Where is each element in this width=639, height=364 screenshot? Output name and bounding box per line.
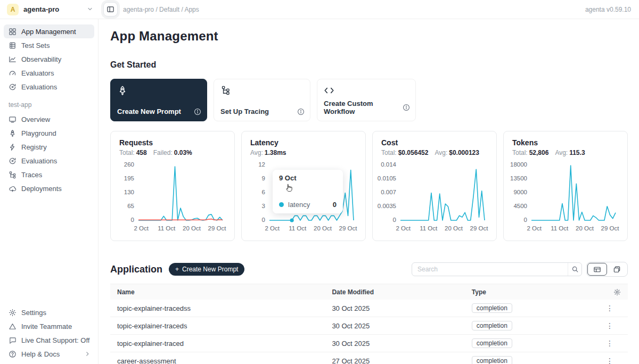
app-type: completion	[465, 303, 581, 313]
chart-stats: Total:458 Failed:0.03%	[119, 149, 226, 156]
sidebar-item-live-chat[interactable]: Live Chat Support: Off	[4, 333, 94, 347]
requests-line-chart[interactable]	[138, 163, 223, 222]
chart-title: Cost	[381, 138, 488, 147]
bolt-icon	[8, 143, 17, 151]
info-icon[interactable]	[403, 104, 410, 111]
monitor-icon	[8, 115, 17, 123]
evaluations-icon	[8, 82, 17, 91]
workspace-name: agenta-pro	[23, 5, 87, 13]
main-content: App Management Get Started Create New Pr…	[99, 19, 639, 364]
search-input[interactable]	[412, 266, 568, 273]
chart-stats: Avg:1.38ms	[250, 149, 357, 156]
sidebar-item-settings[interactable]: Settings	[4, 305, 94, 319]
line-chart-icon	[8, 55, 17, 63]
sidebar-item-playground[interactable]: Playground	[4, 126, 94, 140]
table-settings-gear-icon[interactable]	[581, 288, 628, 296]
breadcrumb[interactable]: agenta-pro / Default / Apps	[123, 6, 199, 13]
app-name: topic-explainer-traced	[110, 340, 325, 348]
help-icon	[8, 350, 17, 358]
app-name: career-assessment	[110, 357, 325, 364]
tree-icon	[8, 170, 17, 179]
chevron-right-icon	[85, 350, 90, 358]
card-view-button[interactable]	[607, 263, 627, 276]
latency-tooltip: 9 Oct latency 0	[273, 170, 343, 213]
create-custom-workflow-card[interactable]: Create Custom Workflow	[317, 79, 416, 121]
row-menu-icon[interactable]: ⋮	[606, 357, 621, 364]
sidebar-item-label: Deployments	[21, 185, 62, 193]
create-new-prompt-card[interactable]: Create New Prompt	[110, 79, 207, 121]
create-new-prompt-button[interactable]: + Create New Prompt	[169, 263, 244, 276]
sidebar-item-label: Settings	[21, 309, 46, 317]
sidebar-item-evaluators[interactable]: Evaluators	[4, 66, 94, 80]
app-type: completion	[465, 338, 581, 348]
cloud-icon	[8, 184, 17, 193]
chart-title: Tokens	[512, 138, 619, 147]
sidebar-item-help-docs[interactable]: Help & Docs	[4, 347, 94, 361]
type-badge: completion	[472, 356, 512, 364]
page-title: App Management	[110, 29, 628, 44]
hand-cursor-icon	[283, 183, 294, 193]
y-axis-labels: 1800013500900045000	[512, 161, 531, 223]
view-toggle	[586, 262, 628, 277]
sidebar-item-evaluations[interactable]: Evaluations	[4, 80, 94, 94]
row-menu-icon[interactable]: ⋮	[606, 321, 621, 330]
sidebar-item-invite-teammate[interactable]: Invite Teammate	[4, 319, 94, 333]
table-header: Name Date Modified Type	[110, 284, 628, 300]
tooltip-value: 0	[333, 201, 337, 209]
table-row[interactable]: topic-explainer-traceds 30 Oct 2025 comp…	[110, 317, 628, 335]
sidebar-item-traces[interactable]: Traces	[4, 168, 94, 181]
plus-icon: +	[175, 266, 179, 273]
table-row[interactable]: career-assessment 27 Oct 2025 completion…	[110, 352, 628, 364]
sidebar-item-label: App Management	[21, 28, 76, 36]
table-row[interactable]: topic-explainer-traced 30 Oct 2025 compl…	[110, 335, 628, 352]
column-header-name[interactable]: Name	[110, 288, 325, 296]
row-menu-icon[interactable]: ⋮	[606, 339, 621, 348]
tooltip-date: 9 Oct	[279, 174, 337, 182]
y-axis-labels: 129630	[250, 161, 269, 223]
sidebar-item-label: Traces	[21, 171, 42, 179]
sidebar-item-test-sets[interactable]: Test Sets	[4, 38, 94, 52]
requests-chart-card: Requests Total:458 Failed:0.03% 26019513…	[110, 131, 235, 241]
code-icon	[324, 85, 334, 96]
type-badge: completion	[472, 321, 512, 330]
column-header-type[interactable]: Type	[465, 288, 581, 296]
table-row[interactable]: topic-explainer-tracedss 30 Oct 2025 com…	[110, 300, 628, 317]
rocket-icon	[117, 85, 128, 96]
sidebar-item-registry[interactable]: Registry	[4, 140, 94, 154]
info-icon[interactable]	[194, 108, 201, 115]
test-sets-icon	[8, 41, 17, 49]
sidebar-item-label: Help & Docs	[21, 350, 60, 358]
y-axis-labels: 0.0140.01050.0070.00350	[381, 161, 400, 223]
tokens-line-chart[interactable]	[531, 163, 616, 222]
x-axis-labels: 2 Oct11 Oct20 Oct29 Oct	[400, 225, 485, 234]
sidebar-item-evaluations-app[interactable]: Evaluations	[4, 154, 94, 168]
sidebar-item-label: Registry	[21, 143, 47, 151]
set-up-tracing-card[interactable]: Set Up Tracing	[214, 79, 310, 121]
evaluations-icon	[8, 156, 17, 165]
sidebar-section-label: test-app	[9, 101, 94, 109]
date-modified: 27 Oct 2025	[325, 357, 464, 364]
card-label: Create Custom Workflow	[324, 100, 403, 115]
table-view-button[interactable]	[587, 263, 607, 276]
sidebar-item-deployments[interactable]: Deployments	[4, 181, 94, 195]
sidebar-item-observability[interactable]: Observability	[4, 52, 94, 66]
x-axis-labels: 2 Oct11 Oct20 Oct29 Oct	[138, 225, 223, 234]
sidebar-item-app-management[interactable]: App Management	[4, 24, 94, 38]
info-icon[interactable]	[297, 108, 305, 115]
search-icon[interactable]	[568, 263, 581, 276]
application-heading: Application	[110, 264, 162, 275]
sidebar-item-overview[interactable]: Overview	[4, 112, 94, 126]
sidebar-item-label: Evaluators	[21, 69, 54, 77]
cost-line-chart[interactable]	[400, 163, 485, 222]
column-header-date-modified[interactable]: Date Modified	[325, 288, 464, 296]
sidebar-collapse-button[interactable]	[103, 2, 118, 16]
card-label: Set Up Tracing	[220, 107, 269, 115]
x-axis-labels: 2 Oct11 Oct20 Oct29 Oct	[531, 225, 616, 234]
sidebar-item-label: Observability	[21, 55, 61, 63]
app-type: completion	[465, 356, 581, 364]
row-menu-icon[interactable]: ⋮	[606, 304, 621, 312]
chart-stats: Total:52,806 Avg:115.3	[512, 149, 619, 156]
sidebar: App Management Test Sets Observability E…	[0, 19, 99, 364]
date-modified: 30 Oct 2025	[325, 322, 464, 330]
workspace-selector[interactable]: A agenta-pro	[0, 4, 99, 15]
